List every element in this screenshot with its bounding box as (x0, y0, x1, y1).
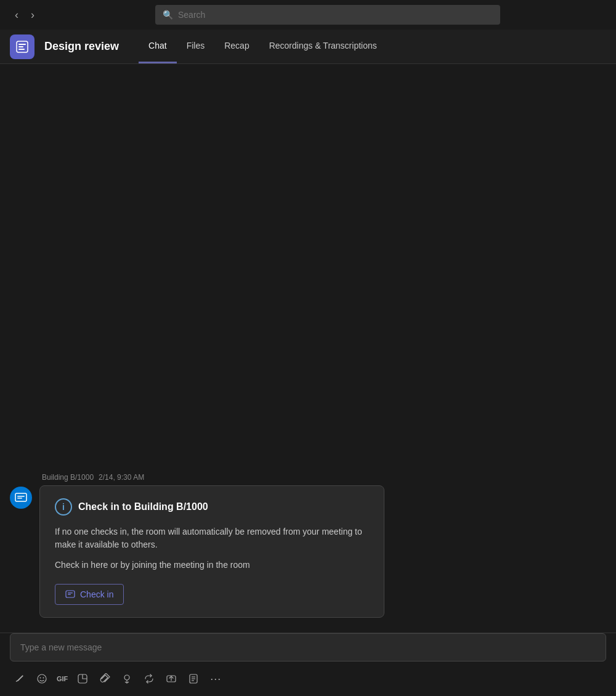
svg-point-10 (38, 674, 46, 683)
avatar (10, 487, 32, 509)
back-button[interactable]: ‹ (10, 6, 23, 24)
note-button[interactable] (184, 669, 203, 689)
message-meta: Building B/1000 2/14, 9:30 AM (10, 473, 606, 482)
message-timestamp: 2/14, 9:30 AM (99, 473, 144, 482)
card-body-line2: Check in here or by joining the meeting … (55, 559, 369, 572)
svg-rect-3 (18, 49, 25, 50)
top-bar: ‹ › 🔍 (0, 0, 616, 30)
card-title: Check in to Building B/1000 (78, 501, 208, 512)
checkin-button[interactable]: Check in (55, 584, 124, 605)
svg-point-12 (43, 678, 44, 679)
praise-button[interactable] (117, 669, 137, 689)
attach-button[interactable] (95, 669, 115, 689)
tab-chat[interactable]: Chat (139, 30, 177, 63)
toolbar-row: GIF ··· (10, 666, 606, 691)
checkin-label: Check in (80, 589, 113, 599)
message-sender: Building B/1000 (42, 473, 94, 482)
message-card: i Check in to Building B/1000 If no one … (39, 485, 384, 618)
channel-title: Design review (44, 40, 119, 53)
svg-rect-8 (68, 593, 73, 593)
card-body: If no one checks in, the room will autom… (55, 525, 369, 572)
emoji-button[interactable] (32, 669, 52, 689)
sticker-button[interactable] (73, 669, 92, 689)
tab-recordings[interactable]: Recordings & Transcriptions (259, 30, 387, 63)
svg-rect-6 (17, 498, 22, 499)
more-button[interactable]: ··· (206, 669, 225, 689)
svg-rect-4 (15, 493, 26, 501)
card-body-line1: If no one checks in, the room will autom… (55, 525, 369, 551)
message-input[interactable] (10, 633, 606, 662)
compose-area: GIF ··· (0, 633, 616, 696)
tabs: Chat Files Recap Recordings & Transcript… (139, 30, 387, 63)
nav-buttons: ‹ › (10, 6, 39, 24)
svg-rect-1 (18, 44, 26, 45)
messages-container: Building B/1000 2/14, 9:30 AM i Check in… (0, 64, 616, 633)
share-button[interactable] (161, 669, 181, 689)
channel-icon (10, 34, 34, 59)
search-input[interactable] (178, 10, 493, 20)
svg-rect-9 (68, 594, 71, 595)
svg-rect-5 (17, 496, 25, 497)
card-title-row: i Check in to Building B/1000 (55, 498, 369, 516)
info-icon: i (55, 498, 72, 516)
chat-area: Building B/1000 2/14, 9:30 AM i Check in… (0, 64, 616, 633)
forward-button[interactable]: › (26, 6, 39, 24)
svg-point-11 (40, 678, 41, 679)
search-icon: 🔍 (163, 10, 173, 20)
search-bar: 🔍 (155, 5, 500, 25)
tab-recap[interactable]: Recap (214, 30, 259, 63)
gif-button[interactable]: GIF (54, 669, 70, 689)
title-bar: Design review Chat Files Recap Recording… (0, 30, 616, 64)
format-button[interactable] (10, 669, 30, 689)
svg-rect-2 (18, 46, 23, 47)
tab-files[interactable]: Files (177, 30, 215, 63)
svg-point-14 (124, 675, 129, 680)
loop-button[interactable] (139, 669, 159, 689)
main-content: Building B/1000 2/14, 9:30 AM i Check in… (0, 64, 616, 696)
message-block: i Check in to Building B/1000 If no one … (10, 485, 606, 618)
